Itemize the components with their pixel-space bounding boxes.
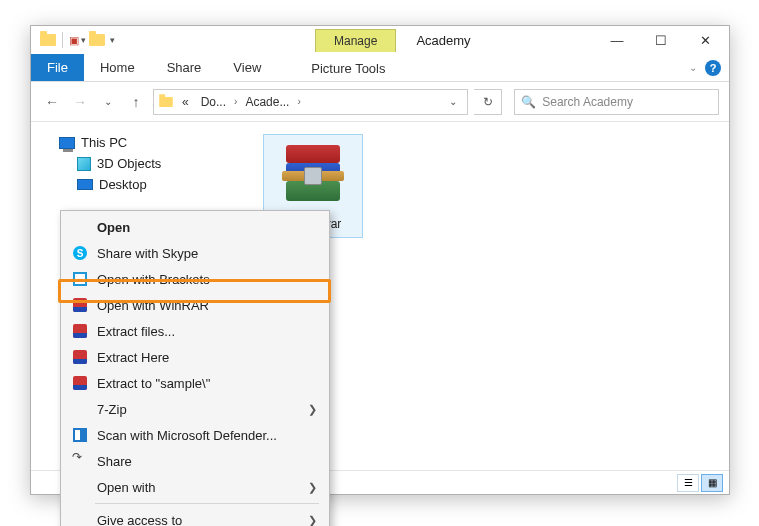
maximize-button[interactable]: ☐ [639, 26, 683, 54]
cm-label: Scan with Microsoft Defender... [97, 428, 317, 443]
address-dropdown-icon[interactable]: ⌄ [443, 96, 463, 107]
title-bar: ▣▾ ▾ Manage Academy ― ☐ ✕ [31, 26, 729, 54]
cm-label: Extract Here [97, 350, 317, 365]
recent-locations-icon[interactable]: ⌄ [97, 91, 119, 113]
shield-icon [73, 428, 87, 442]
nav-label: 3D Objects [97, 156, 161, 171]
pc-icon [59, 137, 75, 149]
ribbon: File Home Share View Picture Tools ⌄ ? [31, 54, 729, 82]
cm-label: 7-Zip [97, 402, 300, 417]
cm-label: Open [97, 220, 317, 235]
breadcrumb-seg2[interactable]: Acade... [241, 95, 293, 109]
new-folder-icon[interactable] [88, 31, 106, 49]
folder-icon [39, 31, 57, 49]
quick-access-toolbar: ▣▾ ▾ [33, 31, 115, 49]
separator [95, 503, 319, 504]
cm-label: Share [97, 454, 317, 469]
contextual-tab-label[interactable]: Manage [315, 29, 396, 52]
search-icon: 🔍 [521, 95, 536, 109]
winrar-icon [73, 376, 87, 390]
close-button[interactable]: ✕ [683, 26, 727, 54]
nav-this-pc[interactable]: This PC [37, 132, 245, 153]
cm-extract-here[interactable]: Extract Here [63, 344, 327, 370]
qat-customize-icon[interactable]: ▾ [110, 35, 115, 45]
cm-share[interactable]: Share [63, 448, 327, 474]
highlight-box [58, 279, 331, 303]
breadcrumb-seg1[interactable]: Do... [197, 95, 230, 109]
back-button[interactable]: ← [41, 91, 63, 113]
tab-file[interactable]: File [31, 54, 84, 81]
cm-open-with[interactable]: Open with ❯ [63, 474, 327, 500]
winrar-icon [73, 324, 87, 338]
cm-label: Open with [97, 480, 300, 495]
minimize-button[interactable]: ― [595, 26, 639, 54]
cm-label: Share with Skype [97, 246, 317, 261]
tab-share[interactable]: Share [151, 54, 218, 81]
cm-share-skype[interactable]: S Share with Skype [63, 240, 327, 266]
search-placeholder: Search Academy [542, 95, 633, 109]
navigation-bar: ← → ⌄ ↑ « Do... › Acade... › ⌄ ↻ 🔍 Searc… [31, 82, 729, 122]
nav-desktop[interactable]: Desktop [37, 174, 245, 195]
help-icon[interactable]: ? [705, 60, 721, 76]
skype-icon: S [73, 246, 87, 260]
chevron-right-icon[interactable]: › [297, 96, 300, 107]
details-view-button[interactable]: ☰ [677, 474, 699, 492]
submenu-arrow-icon: ❯ [308, 481, 317, 494]
context-menu: Open S Share with Skype Open with Bracke… [60, 210, 330, 526]
winrar-icon [278, 141, 348, 211]
nav-label: This PC [81, 135, 127, 150]
cm-extract-files[interactable]: Extract files... [63, 318, 327, 344]
desktop-icon [77, 179, 93, 190]
large-icons-view-button[interactable]: ▦ [701, 474, 723, 492]
cm-extract-to[interactable]: Extract to "sample\" [63, 370, 327, 396]
tab-home[interactable]: Home [84, 54, 151, 81]
properties-icon[interactable]: ▣▾ [68, 31, 86, 49]
cm-scan-defender[interactable]: Scan with Microsoft Defender... [63, 422, 327, 448]
forward-button[interactable]: → [69, 91, 91, 113]
submenu-arrow-icon: ❯ [308, 403, 317, 416]
cube-icon [77, 157, 91, 171]
address-bar[interactable]: « Do... › Acade... › ⌄ [153, 89, 468, 115]
contextual-tab-header: Manage [315, 31, 396, 49]
cm-label: Give access to [97, 513, 300, 527]
search-input[interactable]: 🔍 Search Academy [514, 89, 719, 115]
window-title: Academy [416, 33, 470, 48]
chevron-right-icon[interactable]: › [234, 96, 237, 107]
nav-3d-objects[interactable]: 3D Objects [37, 153, 245, 174]
breadcrumb-prefix: « [178, 95, 193, 109]
cm-give-access[interactable]: Give access to ❯ [63, 507, 327, 526]
refresh-button[interactable]: ↻ [474, 89, 502, 115]
cm-open[interactable]: Open [63, 214, 327, 240]
up-button[interactable]: ↑ [125, 91, 147, 113]
share-icon [73, 454, 87, 468]
cm-label: Extract files... [97, 324, 317, 339]
ribbon-collapse-icon[interactable]: ⌄ [689, 62, 697, 73]
cm-7zip[interactable]: 7-Zip ❯ [63, 396, 327, 422]
window-controls: ― ☐ ✕ [595, 26, 727, 54]
tab-view[interactable]: View [217, 54, 277, 81]
folder-icon [159, 96, 173, 106]
submenu-arrow-icon: ❯ [308, 514, 317, 527]
winrar-icon [73, 350, 87, 364]
tab-picture-tools[interactable]: Picture Tools [295, 54, 401, 81]
cm-label: Extract to "sample\" [97, 376, 317, 391]
nav-label: Desktop [99, 177, 147, 192]
